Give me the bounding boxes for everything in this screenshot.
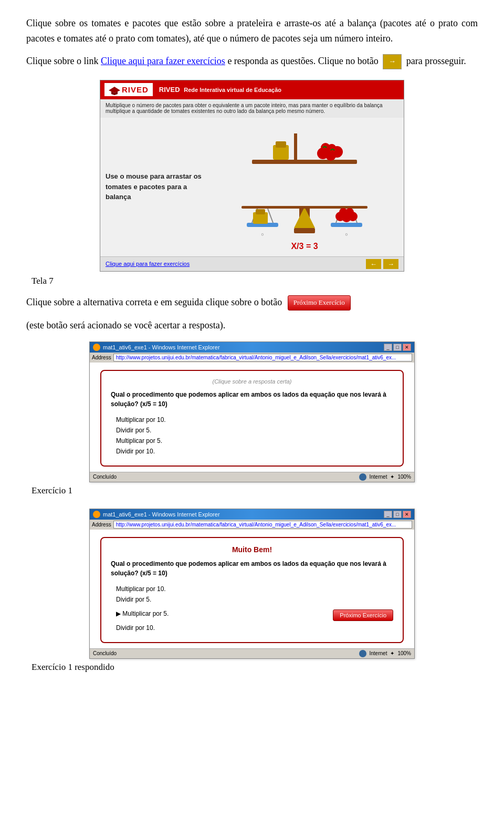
rived-logo-box: RIVED bbox=[104, 83, 153, 96]
tela7-screenshot: RIVED RIVED Rede Interativa virtual de E… bbox=[100, 80, 404, 272]
svg-rect-2 bbox=[252, 160, 357, 164]
paragraph-1-text: Clique sobre os tomates e pacotes que es… bbox=[26, 18, 478, 44]
exercise-link[interactable]: Clique aqui para fazer exercícios bbox=[101, 56, 225, 66]
rived-footer: Clique aqui para fazer exercícios ← → bbox=[100, 256, 404, 271]
ie-addr-label-1: Address bbox=[92, 355, 111, 360]
ie-title-text-1: mat1_ativ6_exe1 - Windows Internet Explo… bbox=[103, 344, 220, 350]
ie-status-internet-1: Internet bbox=[370, 474, 387, 480]
ie-zoom-1: ✦ bbox=[390, 474, 394, 480]
ie-option-1-3[interactable]: Dividir por 10. bbox=[111, 448, 393, 455]
paragraph-2-mid: e responda as questões. Clique no botão bbox=[227, 56, 378, 66]
svg-rect-19 bbox=[256, 209, 265, 214]
ie-addressbar-1: Address http://www.projetos.unijui.edu.b… bbox=[90, 353, 414, 363]
ie-zoom-icon-2: ✦ bbox=[390, 650, 394, 656]
ie-maximize-btn-1[interactable]: □ bbox=[393, 344, 402, 351]
rived-subtitle: Rede Interativa virtual de Educação bbox=[184, 87, 281, 93]
rived-main: Use o mouse para arrastar os tomates e p… bbox=[100, 118, 404, 256]
ie-title-icon-1 bbox=[93, 344, 100, 351]
ie-zoom-pct-2: 100% bbox=[397, 650, 411, 656]
nav-prev-button[interactable]: ← bbox=[366, 259, 381, 269]
rived-logo-text: RIVED bbox=[122, 85, 149, 94]
proximo-exercicio-inline-btn[interactable]: Próximo Exercício bbox=[288, 295, 351, 311]
ie-globe-icon-2 bbox=[359, 650, 366, 657]
paragraph-2-pre: Clique sobre o link bbox=[26, 56, 99, 66]
ie-titlebar-2: mat1_ativ6_exe1 - Windows Internet Explo… bbox=[90, 509, 414, 520]
ie-status-left-1: Concluído bbox=[93, 474, 117, 480]
svg-rect-22 bbox=[331, 223, 362, 227]
ie-title-text-2: mat1_ativ6_exe1 - Windows Internet Explo… bbox=[103, 511, 220, 518]
svg-point-10 bbox=[328, 144, 336, 152]
proximo-exercicio-btn[interactable]: Próximo Exercício bbox=[333, 609, 393, 621]
ie-addr-box-1[interactable]: http://www.projetos.unijui.edu.br/matema… bbox=[113, 354, 412, 361]
rived-footer-link[interactable]: Clique aqui para fazer exercícios bbox=[106, 261, 190, 267]
ie-question-2: Qual o procedimento que podemos aplicar … bbox=[111, 559, 393, 578]
svg-rect-3 bbox=[294, 133, 297, 160]
exercicio1-window: mat1_ativ6_exe1 - Windows Internet Explo… bbox=[89, 342, 415, 482]
svg-marker-0 bbox=[109, 87, 120, 93]
ie-addr-label-2: Address bbox=[92, 522, 111, 528]
ie-title-left-2: mat1_ativ6_exe1 - Windows Internet Explo… bbox=[93, 511, 220, 518]
ie-title-left-1: mat1_ativ6_exe1 - Windows Internet Explo… bbox=[93, 344, 220, 351]
ie-content-2: Muito Bem! Qual o procedimento que podem… bbox=[90, 530, 414, 648]
ie-maximize-btn-2[interactable]: □ bbox=[393, 511, 402, 518]
ie-globe-icon-1 bbox=[359, 473, 366, 481]
ie-content-border-2: Muito Bem! Qual o procedimento que podem… bbox=[100, 537, 404, 643]
ie-title-icon-2 bbox=[93, 511, 100, 518]
svg-point-27 bbox=[345, 208, 354, 216]
ie-option-1-1[interactable]: Dividir por 5. bbox=[111, 427, 393, 434]
ie-statusbar-1: Concluído Internet ✦ 100% bbox=[90, 472, 414, 482]
equation-row: X/3 = 3 bbox=[291, 242, 318, 251]
ie-content-border-1: (Clique sobre a resposta certa) Qual o p… bbox=[100, 370, 404, 467]
ie-win-controls-1: _ □ ✕ bbox=[384, 344, 411, 351]
ie-addr-box-2[interactable]: http://www.projetos.unijui.edu.br/matema… bbox=[113, 521, 412, 529]
ie-option-bullet-2: ▶ Multiplicar por 5. bbox=[116, 610, 169, 617]
ie-close-btn-1[interactable]: ✕ bbox=[403, 344, 411, 351]
ie-option-1-0[interactable]: Multiplicar por 10. bbox=[111, 416, 393, 423]
ie-option-1-2[interactable]: Multiplicar por 5. bbox=[111, 437, 393, 444]
ie-titlebar-1: mat1_ativ6_exe1 - Windows Internet Explo… bbox=[90, 342, 414, 353]
ie-question-1: Qual o procedimento que podemos aplicar … bbox=[111, 390, 393, 409]
ie-statusbar-2: Concluído Internet ✦ 100% bbox=[90, 648, 414, 658]
ie-status-internet-2: Internet bbox=[370, 650, 387, 656]
paragraph-3: Clique sobre a alternativa correta e em … bbox=[26, 295, 478, 311]
rived-instruction-box: Use o mouse para arrastar os tomates e p… bbox=[106, 171, 211, 202]
svg-marker-13 bbox=[294, 207, 315, 228]
nav-next-button[interactable]: → bbox=[383, 259, 398, 269]
svg-line-16 bbox=[268, 209, 273, 223]
rived-hat-icon bbox=[109, 84, 122, 95]
rived-description: Multiplique o número de pacotes para obt… bbox=[100, 99, 404, 118]
muito-bem-heading: Muito Bem! bbox=[111, 545, 393, 554]
balance-area: ○ ○ X/3 = 3 bbox=[211, 123, 398, 251]
tela7-caption: Tela 7 bbox=[32, 276, 478, 286]
ie-minimize-btn-2[interactable]: _ bbox=[384, 511, 392, 518]
ie-option-2-1[interactable]: Dividir por 5. bbox=[111, 596, 393, 603]
paragraph-3b: (este botão será acionado se você acerta… bbox=[26, 318, 478, 333]
ie-status-right-2: Internet ✦ 100% bbox=[359, 650, 412, 657]
ie-option-2-2[interactable]: ▶ Multiplicar por 5. Próximo Exercício bbox=[111, 606, 393, 621]
ie-status-left-2: Concluído bbox=[93, 650, 117, 656]
paragraph-3-pre: Clique sobre a alternativa correta e em … bbox=[26, 297, 282, 307]
arrow-button[interactable]: → bbox=[383, 54, 402, 69]
paragraph-3-post: (este botão será acionado se você acerta… bbox=[26, 320, 225, 330]
ie-option-2-0[interactable]: Multiplicar por 10. bbox=[111, 585, 393, 593]
paragraph-2: Clique sobre o link Clique aqui para faz… bbox=[26, 54, 478, 69]
svg-rect-5 bbox=[276, 141, 286, 148]
paragraph-2-post: para prosseguir. bbox=[406, 56, 466, 66]
ie-zoom-pct-1: 100% bbox=[397, 474, 411, 480]
svg-rect-14 bbox=[242, 206, 368, 209]
shelf-svg bbox=[247, 123, 362, 170]
rived-header: RIVED RIVED Rede Interativa virtual de E… bbox=[100, 80, 404, 99]
ie-option-2-3[interactable]: Dividir por 10. bbox=[111, 624, 393, 632]
ie-win-controls-2: _ □ ✕ bbox=[384, 511, 411, 518]
nav-arrows: ← → bbox=[366, 259, 398, 269]
rived-title-right: RIVED Rede Interativa virtual de Educaçã… bbox=[159, 86, 281, 94]
ie-click-hint-1: (Clique sobre a resposta certa) bbox=[111, 378, 393, 385]
paragraph-1: Clique sobre os tomates e pacotes que es… bbox=[26, 16, 478, 46]
exercicio1-respondido-window: mat1_ativ6_exe1 - Windows Internet Explo… bbox=[89, 509, 415, 659]
svg-text:○: ○ bbox=[261, 232, 264, 237]
svg-text:○: ○ bbox=[345, 232, 348, 237]
ie-status-right-1: Internet ✦ 100% bbox=[359, 473, 412, 481]
ie-minimize-btn-1[interactable]: _ bbox=[384, 344, 392, 351]
ie-close-btn-2[interactable]: ✕ bbox=[403, 511, 411, 518]
balance-svg: ○ ○ bbox=[226, 170, 383, 239]
